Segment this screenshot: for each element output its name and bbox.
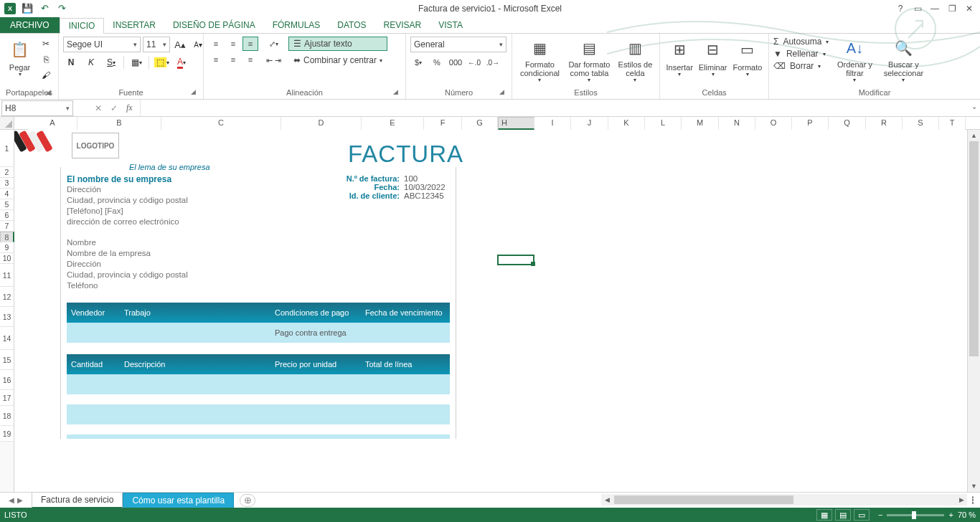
fill-button[interactable]: ▼Rellenar▾	[773, 49, 829, 59]
column-header[interactable]: C	[161, 117, 281, 130]
enter-icon[interactable]: ✓	[110, 103, 118, 113]
column-header[interactable]: G	[462, 117, 498, 130]
dialog-launcher-icon[interactable]: ◢	[391, 87, 400, 96]
increase-indent-icon[interactable]: ⇥	[274, 53, 281, 67]
sheet-tab-active[interactable]: Factura de servicio	[32, 492, 123, 508]
minimize-icon[interactable]: —	[928, 3, 941, 14]
row-header[interactable]: 19	[0, 426, 14, 442]
accounting-icon[interactable]: $▾	[410, 55, 426, 70]
font-color-icon[interactable]: A▾	[174, 55, 189, 70]
zoom-level[interactable]: 70 %	[958, 511, 976, 519]
dialog-launcher-icon[interactable]: ◢	[189, 87, 197, 96]
column-header[interactable]: R	[866, 117, 903, 130]
comma-icon[interactable]: 000	[448, 55, 463, 70]
column-header[interactable]: S	[903, 117, 939, 130]
column-header[interactable]: B	[77, 117, 161, 130]
row-header[interactable]: 4	[0, 189, 14, 199]
row-header[interactable]: 3	[0, 178, 14, 189]
zoom-out-icon[interactable]: −	[878, 511, 882, 519]
grow-font-icon[interactable]: A▴	[172, 37, 188, 52]
row-header[interactable]: 7	[0, 221, 14, 232]
row-header[interactable]: 10	[0, 253, 14, 264]
row-header[interactable]: 12	[0, 287, 14, 307]
format-as-table-button[interactable]: ▤Dar formato como tabla▾	[566, 37, 613, 84]
column-header[interactable]: O	[755, 117, 792, 130]
vertical-scrollbar[interactable]: ▲ ▼	[967, 130, 980, 492]
select-all-button[interactable]	[0, 117, 14, 129]
underline-button[interactable]: S▾	[103, 55, 119, 70]
conditional-format-button[interactable]: ▦Formato condicional▾	[517, 37, 563, 84]
tab-diseno[interactable]: DISEÑO DE PÁGINA	[164, 18, 264, 33]
tab-formulas[interactable]: FÓRMULAS	[264, 18, 329, 33]
row-header[interactable]: 15	[0, 350, 14, 370]
borders-icon[interactable]: ▦▾	[128, 55, 144, 70]
fx-icon[interactable]: fx	[126, 103, 133, 113]
cancel-icon[interactable]: ✕	[95, 103, 102, 113]
number-format-select[interactable]: General▾	[410, 37, 507, 52]
column-header[interactable]: N	[719, 117, 755, 130]
paste-button[interactable]: 📋 Pegar ▾	[4, 37, 35, 84]
prev-sheet-icon[interactable]: ◀	[9, 496, 14, 504]
next-sheet-icon[interactable]: ▶	[17, 496, 23, 504]
help-icon[interactable]: ?	[894, 3, 907, 14]
column-header[interactable]: E	[362, 117, 424, 130]
tab-datos[interactable]: DATOS	[329, 18, 374, 33]
row-header[interactable]: 1	[0, 130, 14, 167]
dialog-launcher-icon[interactable]: ◢	[497, 87, 506, 96]
row-header[interactable]: 16	[0, 370, 14, 390]
cut-icon[interactable]: ✂	[38, 37, 54, 51]
delete-cells-button[interactable]: ⊟Eliminar▾	[697, 37, 727, 84]
cell-styles-button[interactable]: ▥Estilos de celda▾	[616, 37, 655, 84]
column-header[interactable]: D	[281, 117, 362, 130]
new-sheet-button[interactable]: ⊕	[240, 494, 255, 507]
row-header[interactable]: 8	[0, 232, 14, 242]
scroll-up-icon[interactable]: ▲	[968, 130, 980, 141]
row-header[interactable]: 13	[0, 307, 14, 327]
format-cells-button[interactable]: ▭Formato▾	[731, 37, 764, 84]
bold-button[interactable]: N	[63, 55, 79, 70]
decrease-decimal-icon[interactable]: .0→	[485, 55, 501, 70]
font-size-select[interactable]: 11▾	[143, 37, 170, 52]
tab-vista[interactable]: VISTA	[430, 18, 471, 33]
horizontal-scrollbar[interactable]: ◀▶	[601, 494, 967, 506]
page-break-icon[interactable]: ▭	[854, 509, 870, 521]
clear-button[interactable]: ⌫Borrar▾	[773, 61, 829, 71]
font-name-select[interactable]: Segoe UI▾	[63, 37, 141, 52]
name-box[interactable]: H8▾	[1, 100, 73, 116]
insert-cells-button[interactable]: ⊞Insertar▾	[664, 37, 694, 84]
column-header[interactable]: A	[28, 117, 77, 130]
column-header[interactable]: T	[939, 117, 966, 130]
wrap-text-button[interactable]: ☰Ajustar texto	[288, 37, 387, 51]
increase-decimal-icon[interactable]: ←.0	[466, 55, 482, 70]
tab-insertar[interactable]: INSERTAR	[104, 18, 164, 33]
normal-view-icon[interactable]: ▦	[816, 509, 832, 521]
tab-file[interactable]: ARCHIVO	[0, 17, 60, 33]
scroll-thumb[interactable]	[969, 141, 979, 356]
restore-icon[interactable]: ❐	[946, 3, 958, 14]
column-header[interactable]: J	[571, 117, 608, 130]
copy-icon[interactable]: ⎘	[38, 52, 54, 67]
row-header[interactable]: 14	[0, 327, 14, 350]
column-header[interactable]: L	[645, 117, 682, 130]
format-painter-icon[interactable]: 🖌	[38, 68, 54, 82]
sheet-tab-other[interactable]: Cómo usar esta plantilla	[123, 493, 234, 508]
save-icon[interactable]: 💾	[22, 3, 33, 14]
find-select-button[interactable]: 🔍Buscar y seleccionar▾	[880, 37, 926, 84]
row-header[interactable]: 5	[0, 199, 14, 210]
fill-color-icon[interactable]: ⬚▾	[154, 55, 169, 70]
close-icon[interactable]: ✕	[963, 3, 976, 14]
column-header[interactable]: H	[498, 117, 534, 130]
row-header[interactable]: 6	[0, 210, 14, 221]
italic-button[interactable]: K	[83, 55, 99, 70]
zoom-control[interactable]: − + 70 %	[878, 511, 976, 519]
column-header[interactable]: K	[608, 117, 645, 130]
view-buttons[interactable]: ▦▤▭	[816, 509, 870, 521]
decrease-indent-icon[interactable]: ⇤	[265, 53, 273, 67]
selected-cell[interactable]	[497, 255, 534, 265]
align-grid[interactable]: ≡≡≡ ≡≡≡	[208, 37, 258, 67]
row-header[interactable]: 11	[0, 264, 14, 287]
ribbon-options-icon[interactable]: ▭	[911, 3, 924, 14]
row-header[interactable]: 17	[0, 390, 14, 406]
row-header[interactable]: 18	[0, 406, 14, 426]
column-header[interactable]: M	[682, 117, 719, 130]
